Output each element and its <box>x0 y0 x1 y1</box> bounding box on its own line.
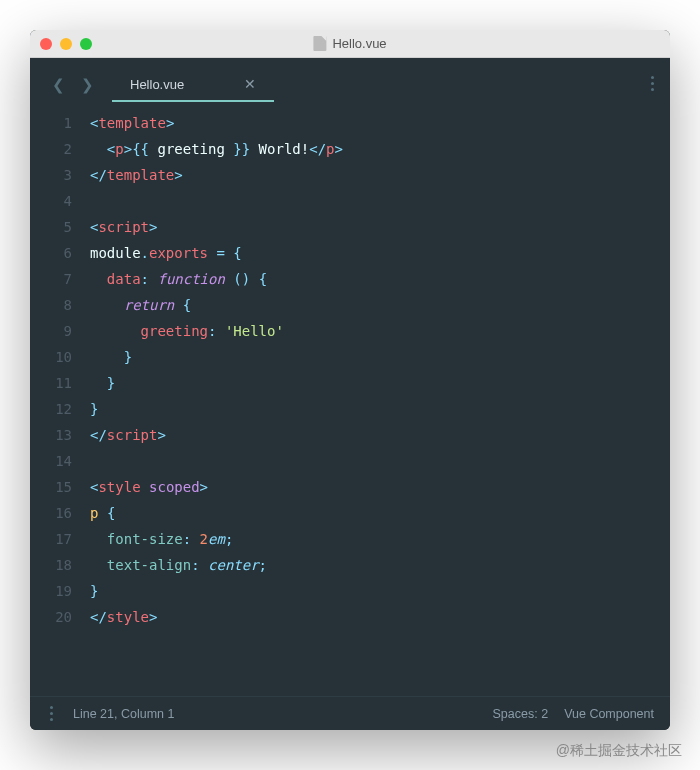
code-line[interactable]: module.exports = { <box>90 240 670 266</box>
line-number: 14 <box>30 448 72 474</box>
line-number: 3 <box>30 162 72 188</box>
tab-bar: ❮ ❯ Hello.vue ✕ <box>30 58 670 102</box>
code-line[interactable]: </template> <box>90 162 670 188</box>
line-number: 18 <box>30 552 72 578</box>
code-line[interactable]: font-size: 2em; <box>90 526 670 552</box>
line-number: 9 <box>30 318 72 344</box>
nav-back-button[interactable]: ❮ <box>44 72 73 98</box>
code-line[interactable] <box>90 188 670 214</box>
code-content[interactable]: <template> <p>{{ greeting }} World!</p><… <box>90 110 670 696</box>
code-line[interactable] <box>90 448 670 474</box>
tab-active[interactable]: Hello.vue ✕ <box>112 68 274 102</box>
tab-menu-button[interactable] <box>647 72 658 95</box>
code-line[interactable]: <style scoped> <box>90 474 670 500</box>
titlebar: Hello.vue <box>30 30 670 58</box>
watermark-text: @稀土掘金技术社区 <box>556 742 682 760</box>
code-line[interactable]: text-align: center; <box>90 552 670 578</box>
line-number: 1 <box>30 110 72 136</box>
cursor-position[interactable]: Line 21, Column 1 <box>73 707 174 721</box>
line-number: 10 <box>30 344 72 370</box>
line-number-gutter: 1234567891011121314151617181920 <box>30 110 90 696</box>
language-mode[interactable]: Vue Component <box>564 707 654 721</box>
status-bar: Line 21, Column 1 Spaces: 2 Vue Componen… <box>30 696 670 730</box>
line-number: 5 <box>30 214 72 240</box>
status-menu-button[interactable] <box>46 702 57 725</box>
code-line[interactable]: <template> <box>90 110 670 136</box>
line-number: 15 <box>30 474 72 500</box>
line-number: 11 <box>30 370 72 396</box>
code-line[interactable]: </style> <box>90 604 670 630</box>
line-number: 17 <box>30 526 72 552</box>
code-editor[interactable]: 1234567891011121314151617181920 <templat… <box>30 102 670 696</box>
minimize-window-button[interactable] <box>60 38 72 50</box>
code-line[interactable]: <script> <box>90 214 670 240</box>
line-number: 19 <box>30 578 72 604</box>
close-tab-icon[interactable]: ✕ <box>244 76 256 92</box>
line-number: 12 <box>30 396 72 422</box>
code-line[interactable]: greeting: 'Hello' <box>90 318 670 344</box>
code-line[interactable]: } <box>90 396 670 422</box>
line-number: 4 <box>30 188 72 214</box>
tab-label: Hello.vue <box>130 77 184 92</box>
code-line[interactable]: <p>{{ greeting }} World!</p> <box>90 136 670 162</box>
line-number: 13 <box>30 422 72 448</box>
close-window-button[interactable] <box>40 38 52 50</box>
line-number: 7 <box>30 266 72 292</box>
code-line[interactable]: p { <box>90 500 670 526</box>
window-title: Hello.vue <box>313 36 386 51</box>
line-number: 8 <box>30 292 72 318</box>
code-line[interactable]: } <box>90 344 670 370</box>
code-line[interactable]: return { <box>90 292 670 318</box>
window-title-text: Hello.vue <box>332 36 386 51</box>
file-icon <box>313 36 326 51</box>
indentation-setting[interactable]: Spaces: 2 <box>493 707 549 721</box>
window-controls <box>40 38 92 50</box>
nav-forward-button[interactable]: ❯ <box>73 72 102 98</box>
line-number: 16 <box>30 500 72 526</box>
code-line[interactable]: } <box>90 578 670 604</box>
line-number: 2 <box>30 136 72 162</box>
line-number: 6 <box>30 240 72 266</box>
maximize-window-button[interactable] <box>80 38 92 50</box>
line-number: 20 <box>30 604 72 630</box>
code-line[interactable]: } <box>90 370 670 396</box>
editor-window: Hello.vue ❮ ❯ Hello.vue ✕ 12345678910111… <box>30 30 670 730</box>
code-line[interactable]: </script> <box>90 422 670 448</box>
code-line[interactable]: data: function () { <box>90 266 670 292</box>
